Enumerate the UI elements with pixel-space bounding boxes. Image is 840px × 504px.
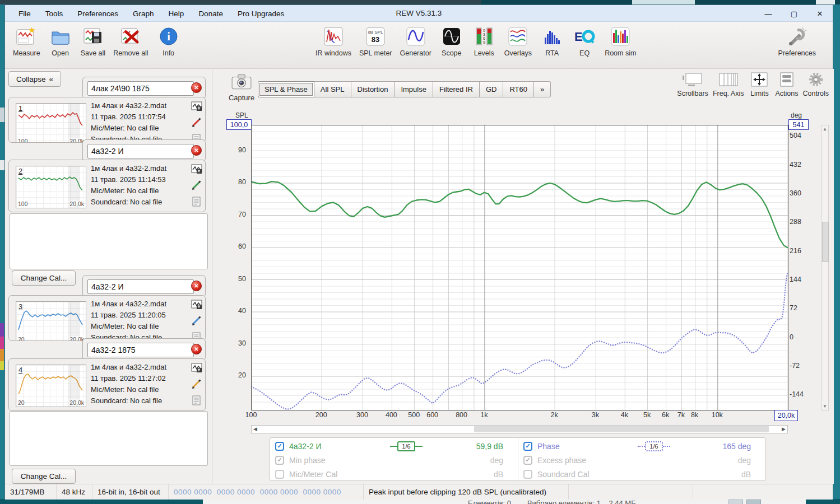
- smoothing-control[interactable]: 1/6: [620, 441, 688, 451]
- notes-icon[interactable]: [191, 395, 202, 405]
- scrollbars-icon: [681, 72, 704, 89]
- measurement-name-input[interactable]: [87, 343, 194, 357]
- graph-button-freq-axis[interactable]: Freq. Axis: [711, 71, 746, 99]
- edit-trace-icon[interactable]: [191, 118, 202, 128]
- status-sample-rate: 48 kHz: [57, 484, 92, 500]
- toolbar-button-open[interactable]: Open: [46, 23, 75, 57]
- smoothing-control[interactable]: 1/6: [372, 441, 440, 451]
- legend-checkbox-4-32-2[interactable]: ✓: [275, 442, 284, 451]
- toolbar-button-label: Scope: [442, 49, 461, 57]
- close-button[interactable]: ✕: [807, 5, 833, 22]
- maximize-button[interactable]: ▢: [781, 5, 807, 22]
- tab-distortion[interactable]: Distortion: [351, 81, 395, 97]
- desktop-left-sliver-2: [0, 160, 4, 170]
- explorer-view-icon-2[interactable]: [746, 500, 761, 504]
- thumbnail-x-start: 100: [18, 200, 28, 207]
- tab-item[interactable]: »: [534, 81, 551, 97]
- toolbar-button-label: SPL meter: [359, 49, 392, 57]
- trace-options-icon[interactable]: [191, 164, 202, 174]
- toolbar-button-spl-meter[interactable]: dB SPL83SPL meter: [357, 23, 395, 57]
- spl-phase-chart[interactable]: [251, 125, 788, 410]
- legend-checkbox-excess-phase[interactable]: ✓: [523, 456, 532, 465]
- horizontal-scroll-thumb[interactable]: [474, 426, 769, 432]
- freq-axis-max-field[interactable]: 20,0k: [774, 410, 798, 421]
- toolbar-button-generator[interactable]: Generator: [398, 23, 434, 57]
- scroll-right-arrow-icon[interactable]: ▶: [782, 426, 786, 433]
- toolbar-button-room-sim[interactable]: Room sim: [602, 23, 638, 57]
- status-input-bits: 0000 0000 0000 0000 0000 0000 0000 0000: [169, 484, 364, 500]
- edit-trace-icon[interactable]: [191, 180, 202, 190]
- menu-item-help[interactable]: Help: [168, 8, 185, 19]
- horizontal-scrollbar[interactable]: ◀ ▶: [251, 425, 788, 433]
- tab-filtered-ir[interactable]: Filtered IR: [433, 81, 480, 97]
- toolbar-button-overlays[interactable]: Overlays: [502, 23, 534, 57]
- toolbar-button-measure[interactable]: ★Measure: [11, 23, 43, 57]
- menu-item-graph[interactable]: Graph: [132, 8, 155, 19]
- trace-options-icon[interactable]: [191, 101, 202, 111]
- tab-spl-phase[interactable]: SPL & Phase: [258, 81, 314, 97]
- tab-impulse[interactable]: Impulse: [395, 81, 433, 97]
- edit-trace-icon[interactable]: [191, 316, 202, 326]
- legend-checkbox-soundcard-cal[interactable]: [523, 470, 532, 479]
- explorer-view-icon[interactable]: [728, 500, 743, 504]
- toolbar-button-rta[interactable]: RTA: [537, 23, 567, 57]
- vertical-scroll-thumb[interactable]: [822, 222, 829, 262]
- graph-button-actions[interactable]: Actions: [773, 71, 800, 99]
- edit-trace-icon[interactable]: [191, 379, 202, 389]
- menu-item-file[interactable]: File: [17, 8, 32, 19]
- toolbar-button-preferences[interactable]: Preferences: [776, 23, 818, 57]
- deg-tick-label: -144: [790, 390, 804, 398]
- legend-checkbox-phase[interactable]: ✓: [523, 442, 532, 451]
- legend-label: Min phase: [289, 456, 372, 465]
- toolbar-button-eq[interactable]: EEQ: [570, 23, 599, 57]
- tab-rt60[interactable]: RT60: [503, 81, 534, 97]
- delete-measurement-icon[interactable]: ✕: [191, 145, 202, 156]
- scroll-down-arrow-icon[interactable]: ▼: [822, 404, 828, 409]
- delete-measurement-icon[interactable]: ✕: [191, 82, 202, 93]
- toolbar-button-info[interactable]: iInfo: [154, 23, 183, 57]
- measurement-list-empty-area: [10, 213, 208, 269]
- tab-gd[interactable]: GD: [480, 81, 504, 97]
- status-peak-input: Peak input before clipping 120 dB SPL (u…: [364, 484, 569, 500]
- vertical-scrollbar[interactable]: ▲ ▼: [821, 125, 829, 410]
- measurement-name-input[interactable]: [87, 81, 194, 96]
- toolbar-button-save-all[interactable]: Save all: [78, 23, 108, 57]
- spl-tick-label: 20: [238, 371, 246, 379]
- menu-item-tools[interactable]: Tools: [44, 8, 64, 19]
- deg-tick-label: 72: [790, 304, 797, 312]
- measurement-card-2[interactable]: ✕210020,0k1м 4лак и 4а32-2.mdat11 трав. …: [8, 139, 206, 212]
- change-cal-button[interactable]: Change Cal...: [12, 270, 76, 286]
- delete-measurement-icon[interactable]: ✕: [191, 344, 202, 354]
- legend-checkbox-mic-meter-cal[interactable]: [275, 470, 284, 479]
- toolbar-button-levels[interactable]: 0369Levels: [470, 23, 499, 57]
- trace-options-icon[interactable]: [191, 300, 202, 310]
- delete-measurement-icon[interactable]: ✕: [191, 281, 202, 291]
- tab-all-spl[interactable]: All SPL: [314, 81, 351, 97]
- deg-tick-label: 504: [790, 132, 801, 139]
- menu-item-pro-upgrades[interactable]: Pro Upgrades: [236, 8, 285, 19]
- spl-tick-label: 50: [238, 275, 246, 283]
- scroll-left-arrow-icon[interactable]: ◀: [253, 426, 257, 433]
- minimize-button[interactable]: —: [755, 5, 781, 22]
- legend-checkbox-min-phase[interactable]: ✓: [275, 456, 284, 465]
- measurement-name-input[interactable]: [87, 144, 194, 158]
- measurement-name-input[interactable]: [87, 279, 194, 294]
- scroll-up-arrow-icon[interactable]: ▲: [822, 127, 828, 132]
- toolbar-button-remove-all[interactable]: Remove all: [111, 23, 151, 57]
- toolbar-button-label: Measure: [13, 49, 40, 57]
- legend-row-phase: ✓Phase1/6165 deg: [518, 439, 765, 453]
- smoothing-line: [415, 446, 423, 447]
- measurement-card-4[interactable]: ✕42020,0k1м 4лак и 4а32-2.mdat11 трав. 2…: [8, 338, 206, 411]
- graph-button-limits[interactable]: Limits: [746, 71, 772, 99]
- menu-item-donate[interactable]: Donate: [197, 8, 224, 19]
- measurement-card-1[interactable]: ✕110020,0k1м 4лак и 4а32-2.mdat11 трав. …: [8, 77, 206, 143]
- graph-button-scrollbars[interactable]: Scrollbars: [675, 71, 710, 99]
- toolbar-button-scope[interactable]: Scope: [437, 23, 466, 57]
- change-cal-button-2[interactable]: Change Cal...: [12, 469, 76, 484]
- toolbar-button-ir-windows[interactable]: IR windows: [313, 23, 354, 57]
- menu-item-preferences[interactable]: Preferences: [76, 8, 119, 19]
- graph-button-controls[interactable]: Controls: [801, 71, 830, 99]
- trace-options-icon[interactable]: [191, 363, 202, 373]
- notes-icon[interactable]: [191, 197, 202, 207]
- capture-button[interactable]: Capture: [225, 73, 258, 102]
